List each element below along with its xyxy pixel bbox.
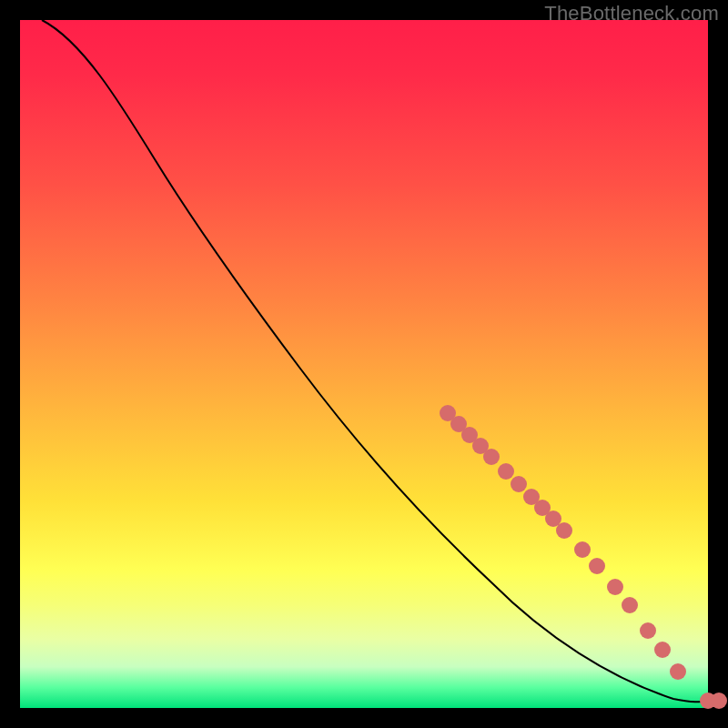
marker-dot	[711, 693, 727, 709]
chart-plot-area	[20, 20, 708, 708]
watermark-text: TheBottleneck.com	[544, 2, 719, 25]
